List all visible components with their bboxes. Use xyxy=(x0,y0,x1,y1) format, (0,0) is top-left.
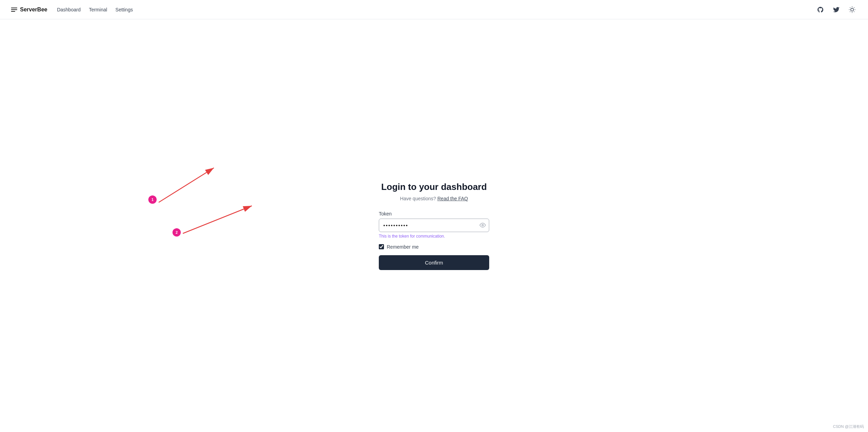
token-form-group: Token This is the token for communicatio… xyxy=(379,211,489,239)
svg-line-12 xyxy=(183,206,252,233)
token-label: Token xyxy=(379,211,489,217)
svg-point-13 xyxy=(482,224,484,226)
nav-dashboard[interactable]: Dashboard xyxy=(57,7,81,12)
annotation-marker-2: 2 xyxy=(172,228,181,237)
nav-settings[interactable]: Settings xyxy=(116,7,133,12)
nav-terminal[interactable]: Terminal xyxy=(89,7,107,12)
token-input-wrapper xyxy=(379,219,489,232)
confirm-button[interactable]: Confirm xyxy=(379,255,489,270)
svg-line-8 xyxy=(854,7,854,8)
navbar-right xyxy=(816,5,857,15)
login-subtitle: Have questions? Read the FAQ xyxy=(400,196,468,201)
login-form-container: Login to your dashboard Have questions? … xyxy=(379,182,489,270)
watermark: CSDN @江湖有码 xyxy=(833,424,864,429)
svg-line-3 xyxy=(850,7,850,8)
svg-point-0 xyxy=(851,8,854,11)
svg-line-11 xyxy=(159,168,214,202)
subtitle-text: Have questions? xyxy=(400,196,436,201)
navbar-left: ServerBee Dashboard Terminal Settings xyxy=(11,7,133,13)
token-input[interactable] xyxy=(379,219,489,232)
main-content: Login to your dashboard Have questions? … xyxy=(0,19,868,432)
annotation-marker-1: 1 xyxy=(148,195,157,204)
token-hint: This is the token for communication. xyxy=(379,234,489,239)
remember-me-group: Remember me xyxy=(379,244,489,250)
svg-line-4 xyxy=(854,11,854,12)
login-title: Login to your dashboard xyxy=(381,182,487,192)
brand-name: ServerBee xyxy=(20,7,47,13)
github-icon[interactable] xyxy=(816,5,825,15)
remember-me-checkbox[interactable] xyxy=(379,244,384,249)
nav-links: Dashboard Terminal Settings xyxy=(57,7,133,12)
eye-icon[interactable] xyxy=(480,222,486,228)
twitter-icon[interactable] xyxy=(831,5,841,15)
faq-link[interactable]: Read the FAQ xyxy=(437,196,468,201)
svg-line-7 xyxy=(850,11,850,12)
navbar: ServerBee Dashboard Terminal Settings xyxy=(0,0,868,19)
menu-icon[interactable] xyxy=(11,8,17,12)
theme-toggle-icon[interactable] xyxy=(847,5,857,15)
remember-me-label[interactable]: Remember me xyxy=(387,244,419,250)
brand-logo[interactable]: ServerBee xyxy=(11,7,47,13)
